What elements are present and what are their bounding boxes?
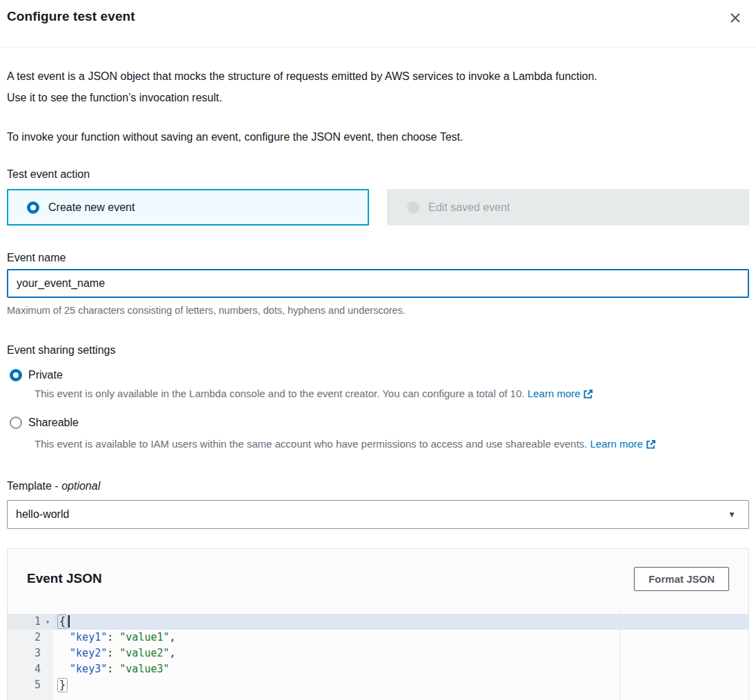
- event-json-panel: Event JSON Format JSON 1 ▾ { 2: [7, 548, 749, 700]
- tile-label: Create new event: [48, 201, 135, 214]
- code-filler: [53, 693, 748, 700]
- event-name-label: Event name: [7, 250, 749, 266]
- code-content: {: [53, 614, 748, 630]
- template-label: Template - optional: [7, 479, 749, 494]
- code-line-5: 5 }: [8, 677, 748, 693]
- json-code-editor[interactable]: 1 ▾ { 2 "key1": "value1",: [8, 612, 748, 700]
- indent: [57, 663, 70, 675]
- json-key: "key3": [70, 663, 107, 675]
- tile-edit-saved-event[interactable]: Edit saved event: [387, 189, 749, 226]
- intro-paragraph-2: To invoke your function without saving a…: [7, 126, 749, 148]
- line-number: 3: [8, 646, 42, 661]
- line-number: 4: [8, 661, 42, 677]
- private-description-text: This event is only available in the Lamb…: [34, 388, 524, 399]
- shareable-description-text: This event is available to IAM users wit…: [34, 438, 587, 450]
- gutter-line-1: 1 ▾: [8, 614, 53, 630]
- event-json-title: Event JSON: [27, 571, 102, 586]
- json-key: "key2": [70, 647, 107, 659]
- gutter-line-2: 2: [8, 630, 53, 646]
- learn-more-label: Learn more: [528, 388, 581, 399]
- code-rows: 1 ▾ { 2 "key1": "value1",: [8, 612, 748, 700]
- line-number: 5: [8, 677, 42, 693]
- fold-toggle-icon[interactable]: ▾: [42, 614, 53, 630]
- line-number: 1: [8, 614, 42, 630]
- comma: ,: [170, 647, 176, 659]
- dialog-body: A test event is a JSON object that mocks…: [0, 66, 756, 700]
- text-cursor: [68, 615, 70, 628]
- radio-disabled-icon: [407, 201, 419, 214]
- radio-shareable-label: Shareable: [28, 417, 79, 429]
- learn-more-label: Learn more: [590, 438, 643, 450]
- shareable-description: This event is available to IAM users wit…: [34, 437, 749, 452]
- radio-private[interactable]: Private: [7, 369, 749, 381]
- event-name-helper: Maximum of 25 characters consisting of l…: [7, 304, 749, 317]
- event-name-input[interactable]: [7, 269, 749, 298]
- separator: :: [107, 631, 119, 643]
- radio-shareable[interactable]: Shareable: [7, 417, 749, 429]
- template-label-optional: optional: [61, 480, 100, 492]
- tile-label: Edit saved event: [428, 201, 510, 214]
- shareable-learn-more-link[interactable]: Learn more: [590, 438, 656, 450]
- test-event-action-tiles: Create new event Edit saved event: [7, 189, 749, 226]
- gutter-line-5: 5: [8, 677, 53, 693]
- template-label-text: Template -: [7, 480, 61, 492]
- event-sharing-label: Event sharing settings: [7, 343, 749, 358]
- intro-paragraph-1: A test event is a JSON object that mocks…: [7, 66, 749, 108]
- comma: ,: [170, 631, 176, 643]
- dialog-title: Configure test event: [7, 9, 135, 24]
- code-content: "key1": "value1",: [53, 630, 748, 646]
- external-link-icon: [646, 439, 656, 452]
- gutter-filler: [8, 693, 53, 700]
- radio-private-label: Private: [28, 369, 63, 381]
- private-description: This event is only available in the Lamb…: [34, 387, 749, 402]
- code-line-3: 3 "key2": "value2",: [8, 646, 748, 661]
- code-line-2: 2 "key1": "value1",: [8, 630, 748, 646]
- code-line-4: 4 "key3": "value3": [8, 661, 748, 677]
- code-content: "key3": "value3": [53, 661, 748, 677]
- close-icon: [728, 17, 742, 27]
- external-link-icon: [583, 389, 593, 402]
- test-event-action-label: Test event action: [7, 167, 749, 182]
- radio-unchecked-icon: [10, 417, 22, 429]
- separator: :: [107, 647, 119, 659]
- radio-checked-icon: [10, 369, 22, 381]
- configure-test-event-dialog: Configure test event A test event is a J…: [0, 0, 756, 700]
- tile-create-new-event[interactable]: Create new event: [7, 189, 369, 226]
- json-key: "key1": [70, 631, 107, 643]
- format-json-button[interactable]: Format JSON: [634, 567, 729, 591]
- editor-filler-row: [8, 693, 748, 700]
- matched-brace: }: [57, 678, 68, 692]
- json-value: "value3": [119, 663, 169, 675]
- matched-brace: {: [57, 614, 68, 629]
- chevron-down-icon: ▼: [728, 510, 736, 519]
- code-line-1: 1 ▾ {: [8, 614, 748, 630]
- event-json-panel-header: Event JSON Format JSON: [8, 549, 748, 593]
- line-number: 2: [8, 630, 42, 646]
- code-content: "key2": "value2",: [53, 646, 748, 661]
- indent: [57, 631, 70, 643]
- radio-checked-icon: [27, 201, 39, 214]
- template-select-value: hello-world: [16, 508, 69, 521]
- private-learn-more-link[interactable]: Learn more: [528, 388, 594, 399]
- template-select[interactable]: hello-world ▼: [7, 500, 749, 529]
- dialog-header: Configure test event: [0, 0, 756, 48]
- close-button[interactable]: [726, 8, 745, 30]
- separator: :: [107, 663, 119, 675]
- json-value: "value1": [119, 631, 169, 643]
- code-content: }: [53, 677, 748, 693]
- gutter-line-3: 3: [8, 646, 53, 661]
- indent: [57, 647, 70, 659]
- json-value: "value2": [119, 647, 169, 659]
- gutter-line-4: 4: [8, 661, 53, 677]
